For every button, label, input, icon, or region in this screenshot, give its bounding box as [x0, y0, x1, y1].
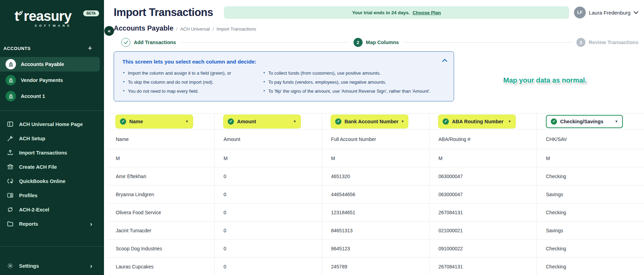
breadcrumb: Accounts Payable / ACH Universal / Impor… [114, 24, 638, 33]
sidebar-item-reports[interactable]: Reports › [0, 218, 104, 230]
table-cell: 8645123 [322, 240, 429, 257]
sidebar-item-import-transactions[interactable]: Import Transactions [0, 147, 104, 159]
stepper-line [404, 42, 572, 43]
chevron-right-icon: › [90, 222, 92, 226]
sidebar-item-accounts-payable[interactable]: Accounts Payable [0, 57, 100, 72]
sidebar-item-account-1[interactable]: Account 1 [0, 89, 100, 103]
info-bullets-right: To collect funds (from customers), use p… [263, 70, 430, 98]
table-cell: M [107, 149, 214, 167]
table-cell: 0 [214, 167, 322, 185]
wrench-icon [7, 135, 14, 142]
caret-down-icon: ▾ [615, 119, 617, 124]
sidebar-item-label: Create ACH File [19, 164, 57, 170]
mapping-table: ✓ Name ▾ ✓ Amount ▾ ✓ Bank Account Numbe… [107, 113, 644, 275]
table-cell: Checking [537, 258, 644, 275]
caret-down-icon: ▾ [294, 119, 296, 124]
table-cell: 0 [214, 222, 322, 239]
column-map-dropdown-name[interactable]: ✓ Name ▾ [116, 115, 193, 128]
info-bullet: You do not need to map every field. [122, 89, 263, 94]
column-map-dropdown-checking-savings[interactable]: ✓ Checking/Savings ▾ [546, 115, 623, 128]
table-cell: M [537, 149, 644, 167]
step-map-columns: 2 Map Columns [354, 38, 399, 47]
sidebar-item-label: Reports [19, 221, 38, 227]
chevron-up-icon[interactable] [442, 58, 447, 63]
column-header: Name [107, 130, 214, 149]
sidebar-item-create-ach-file[interactable]: Create ACH File [0, 161, 104, 173]
sidebar-item-ach-universal-home[interactable]: ACH Universal Home Page [0, 118, 104, 130]
sidebar-item-label: Import Transactions [19, 150, 67, 156]
info-bullets-left: Import the column and assign it to a fie… [122, 70, 263, 98]
column-mapping-row: ✓ Name ▾ ✓ Amount ▾ ✓ Bank Account Numbe… [107, 114, 644, 130]
upload-icon [7, 149, 14, 156]
table-cell: Olivera Food Service [107, 203, 214, 221]
dropdown-value: ABA Routing Number [452, 119, 503, 124]
avatar: LF [574, 7, 586, 18]
bank-outline-icon [7, 164, 14, 170]
table-row: Bryanna Lindgren 0 446544656 063000047 S… [107, 185, 644, 203]
column-map-dropdown-aba-routing-number[interactable]: ✓ ABA Routing Number ▾ [438, 115, 515, 128]
sidebar-item-ach-2-excel[interactable]: ACH-2-Excel [0, 203, 104, 216]
table-cell: Amir Eftekhari [107, 167, 214, 185]
step-number: 3 [576, 38, 585, 47]
table-row: Scoop Dog Industries 0 8645123 091000022… [107, 240, 644, 258]
table-cell: 063000047 [429, 167, 537, 185]
treasury-logo: treasury SOFTWARE BETA [0, 6, 104, 31]
table-cell: 0 [214, 240, 322, 257]
column-header: CHK/SAV [537, 130, 644, 149]
bank-icon [6, 59, 16, 69]
table-cell: 021000021 [429, 222, 537, 239]
info-bullet: To collect funds (from customers), use p… [263, 70, 430, 76]
table-row: Jacint Tumacder 0 84651313 021000021 Sav… [107, 222, 644, 240]
table-row: Lauras Cupcakes 0 245789 267084131 Check… [107, 258, 644, 275]
breadcrumb-item: Import Transactions [217, 26, 256, 32]
sidebar-item-label: Account 1 [21, 93, 45, 99]
check-circle-icon: ✓ [551, 118, 557, 125]
table-cell: 063000047 [429, 185, 537, 203]
trial-text: Your trial ends in 24 days. [352, 10, 410, 15]
info-box-title: This screen lets you select each column … [122, 59, 445, 65]
table-cell: 0 [214, 203, 322, 221]
user-menu[interactable]: LF Laura Fredenburg [574, 7, 638, 18]
bank-icon [6, 91, 16, 101]
sidebar-item-label: ACH Universal Home Page [19, 122, 83, 127]
column-map-dropdown-amount[interactable]: ✓ Amount ▾ [224, 115, 301, 128]
sidebar-divider [0, 246, 104, 247]
profile-card-icon [7, 192, 14, 199]
sidebar-item-ach-setup[interactable]: ACH Setup [0, 132, 104, 144]
accounts-section-title: ACCOUNTS [3, 46, 31, 51]
sidebar-item-profiles[interactable]: Profiles [0, 189, 104, 201]
logo-subtext: SOFTWARE [35, 24, 104, 27]
sidebar-collapse-button[interactable]: « [104, 26, 114, 36]
breadcrumb-separator: / [176, 26, 177, 32]
breadcrumb-root[interactable]: Accounts Payable [114, 24, 173, 32]
column-header: Full Account Number [322, 130, 429, 149]
table-cell: 245789 [322, 258, 429, 275]
breadcrumb-separator: / [212, 26, 214, 32]
table-header-row: Name Amount Full Account Number ABA/Rout… [107, 130, 644, 149]
column-map-dropdown-bank-account-number[interactable]: ✓ Bank Account Number ▾ [331, 115, 408, 128]
add-account-icon[interactable]: + [88, 45, 92, 51]
sidebar-item-settings[interactable]: Settings › [0, 260, 104, 272]
table-cell: 446544656 [322, 185, 429, 203]
caret-down-icon: ▾ [186, 119, 188, 124]
table-cell: 84651313 [322, 222, 429, 239]
step-add-transactions: Add Transactions [121, 38, 176, 47]
table-cell: 091000022 [429, 240, 537, 257]
sidebar-item-vendor-payments[interactable]: Vendor Payments [0, 73, 100, 88]
choose-plan-link[interactable]: Choose Plan [412, 10, 441, 15]
step-label: Add Transactions [134, 40, 176, 45]
folder-icon [7, 220, 14, 227]
sidebar-item-label: Profiles [19, 193, 37, 198]
sidebar-item-label: Accounts Payable [21, 61, 64, 67]
beta-badge: BETA [83, 10, 99, 16]
table-cell: 0 [214, 185, 322, 203]
table-cell: Lauras Cupcakes [107, 258, 214, 275]
sidebar-item-quickbooks-online[interactable]: QuickBooks Online [0, 175, 104, 187]
table-cell: Savings [537, 222, 644, 239]
info-bullet: To skip the column and do not import (re… [122, 80, 263, 85]
info-bullet: Import the column and assign it to a fie… [122, 70, 263, 76]
logo-reasury: reasury [24, 9, 71, 23]
info-box: This screen lets you select each column … [114, 51, 454, 101]
map-data-annotation: Map your data as normal. [503, 76, 587, 84]
breadcrumb-item[interactable]: ACH Universal [180, 26, 210, 32]
